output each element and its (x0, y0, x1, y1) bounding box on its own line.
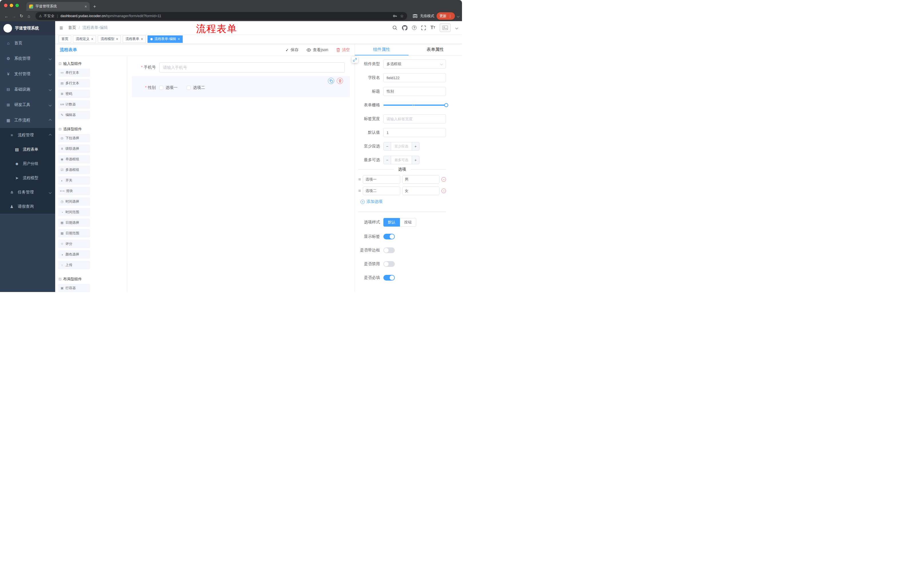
tab-close-icon[interactable]: × (85, 4, 87, 9)
palette-item-row-container[interactable]: ▣行容器 (58, 284, 90, 292)
sidebar-item-payment-management[interactable]: ¥ 支付管理 (0, 66, 55, 82)
remove-option-icon[interactable]: − (441, 177, 446, 182)
palette-item-cascader[interactable]: ⋔级联选择 (58, 145, 90, 153)
url-text[interactable]: dashboard.yudao.iocoder.cn/bpm/manager/f… (61, 14, 391, 18)
sidebar-item-infrastructure[interactable]: ⊟ 基础设施 (0, 82, 55, 97)
grid-slider[interactable] (383, 105, 446, 106)
checkbox-icon[interactable] (159, 86, 163, 90)
tag-close-icon[interactable]: × (116, 38, 118, 41)
reload-button[interactable]: ↻ (18, 12, 25, 20)
sidebar-item-process-model[interactable]: ➤ 流程模型 (0, 171, 55, 185)
tag-process-form-edit[interactable]: 流程表单-编辑 × (147, 35, 183, 43)
sidebar-logo[interactable]: 芋道管理系统 (0, 21, 55, 35)
copy-component-button[interactable] (328, 78, 334, 84)
border-switch[interactable] (383, 247, 395, 253)
sidebar-item-process-management[interactable]: ≡ 流程管理 (0, 128, 55, 142)
decrease-button[interactable]: − (384, 156, 391, 164)
disabled-switch[interactable] (383, 261, 395, 267)
browser-menu-icon[interactable]: ⋮ (448, 14, 452, 18)
option-style-default-button[interactable]: 默认 (383, 218, 400, 227)
zoom-window-button[interactable] (15, 4, 19, 7)
palette-item-radio-group[interactable]: ◉单选框组 (58, 155, 90, 163)
tag-process-model[interactable]: 流程模型 × (98, 35, 121, 43)
title-input[interactable] (383, 87, 446, 96)
palette-item-date-picker[interactable]: ▦日期选择 (58, 219, 90, 227)
field-name-input[interactable] (383, 73, 446, 82)
sidebar-item-leave-query[interactable]: ♟ 请假查询 (0, 199, 55, 214)
sidebar-item-home[interactable]: ⌂ 首页 (0, 35, 55, 51)
view-json-button[interactable]: 查看json (307, 48, 328, 53)
option-2-label-input[interactable] (363, 187, 400, 195)
tag-process-form[interactable]: 流程表单 × (123, 35, 146, 43)
palette-item-multi-line-text[interactable]: ▤多行文本 (58, 79, 90, 87)
sidebar-item-workflow[interactable]: ▦ 工作流程 (0, 113, 55, 128)
tab-component-props[interactable]: 组件属性 (355, 44, 409, 55)
save-button[interactable]: ✓ 保存 (285, 48, 299, 53)
show-label-switch[interactable] (383, 234, 395, 239)
tag-close-icon[interactable]: × (178, 38, 180, 41)
breadcrumb-home[interactable]: 首页 (68, 25, 76, 30)
drag-handle-icon[interactable]: ≡ (358, 177, 361, 182)
increase-button[interactable]: + (412, 156, 419, 164)
phone-input[interactable] (159, 62, 345, 72)
palette-item-rate[interactable]: ☆评分 (58, 240, 90, 248)
browser-tab[interactable]: 芋道管理系统 × (26, 2, 90, 11)
increase-button[interactable]: + (412, 142, 419, 150)
delete-component-button[interactable] (337, 78, 343, 84)
palette-item-single-line-text[interactable]: ▭单行文本 (58, 69, 90, 77)
selected-gender-component[interactable]: 性别 选项一 选项二 (132, 76, 350, 97)
hamburger-icon[interactable]: ≡ (59, 25, 63, 31)
max-select-value[interactable]: 最多可选 (391, 156, 412, 164)
update-browser-button[interactable]: 更新 ⋮ (437, 12, 455, 20)
palette-item-select[interactable]: ◎下拉选择 (58, 134, 90, 142)
phone-field-row[interactable]: 手机号 (132, 62, 350, 72)
sidebar-item-system-management[interactable]: ⚙ 系统管理 (0, 51, 55, 66)
palette-item-upload[interactable]: ↑上传 (58, 261, 90, 269)
back-button[interactable]: ← (3, 12, 10, 20)
required-switch[interactable] (383, 275, 395, 281)
password-key-icon[interactable] (393, 14, 397, 18)
palette-item-password[interactable]: ⊠密码 (58, 90, 90, 98)
minimize-window-button[interactable] (10, 4, 13, 7)
close-window-button[interactable] (4, 4, 7, 7)
default-value-input[interactable] (383, 128, 446, 137)
search-icon[interactable] (392, 25, 398, 30)
sidebar-item-task-management[interactable]: ⋔ 任务管理 (0, 185, 55, 199)
toolbar-chevron-icon[interactable] (457, 15, 460, 17)
security-label[interactable]: 不安全 (44, 14, 54, 18)
gender-field-row[interactable]: 性别 选项一 选项二 (132, 85, 345, 90)
add-option-button[interactable]: + 添加选项 (361, 199, 446, 204)
slider-handle[interactable] (444, 103, 448, 107)
clear-button[interactable]: 清空 (336, 48, 350, 53)
tag-close-icon[interactable]: × (91, 38, 93, 41)
palette-item-slider[interactable]: ⟷滑块 (58, 187, 90, 195)
help-icon[interactable]: ? (412, 25, 417, 30)
sidebar-item-user-groups[interactable]: ☻ 用户分组 (0, 156, 55, 171)
avatar[interactable] (440, 23, 450, 32)
palette-item-editor[interactable]: ✎编辑器 (58, 111, 90, 119)
form-canvas[interactable]: 手机号 性别 选项一 选项二 (127, 56, 355, 292)
font-size-icon[interactable]: TT (431, 25, 435, 30)
palette-item-time-picker[interactable]: ◷时间选择 (58, 197, 90, 206)
tag-home[interactable]: 首页 (59, 35, 71, 43)
option-2-value-input[interactable] (402, 187, 439, 195)
github-icon[interactable] (402, 25, 408, 31)
palette-item-checkbox-group[interactable]: ☑多选框组 (58, 166, 90, 174)
home-button[interactable]: ⌂ (25, 12, 33, 20)
drag-handle-icon[interactable]: ≡ (358, 189, 361, 193)
option-1-label-input[interactable] (363, 175, 400, 184)
min-select-value[interactable]: 至少应选 (391, 142, 412, 150)
option-style-button-button[interactable]: 按钮 (400, 218, 416, 227)
link-float-button[interactable] (351, 57, 358, 63)
palette-item-date-range[interactable]: ▩日期范围 (58, 229, 90, 237)
sidebar-item-process-form[interactable]: ▤ 流程表单 (0, 142, 55, 156)
palette-item-time-range[interactable]: ◔时间范围 (58, 208, 90, 216)
address-bar[interactable]: ⚠ 不安全 | dashboard.yudao.iocoder.cn/bpm/m… (35, 12, 407, 20)
palette-item-color-picker[interactable]: ◑颜色选择 (58, 250, 90, 258)
palette-item-counter[interactable]: 123计数器 (58, 100, 90, 109)
tag-process-definition[interactable]: 流程定义 × (73, 35, 96, 43)
new-tab-button[interactable]: + (93, 4, 96, 10)
tab-form-props[interactable]: 表单属性 (409, 44, 462, 55)
fullscreen-icon[interactable] (421, 25, 426, 30)
avatar-caret-icon[interactable] (455, 26, 458, 29)
